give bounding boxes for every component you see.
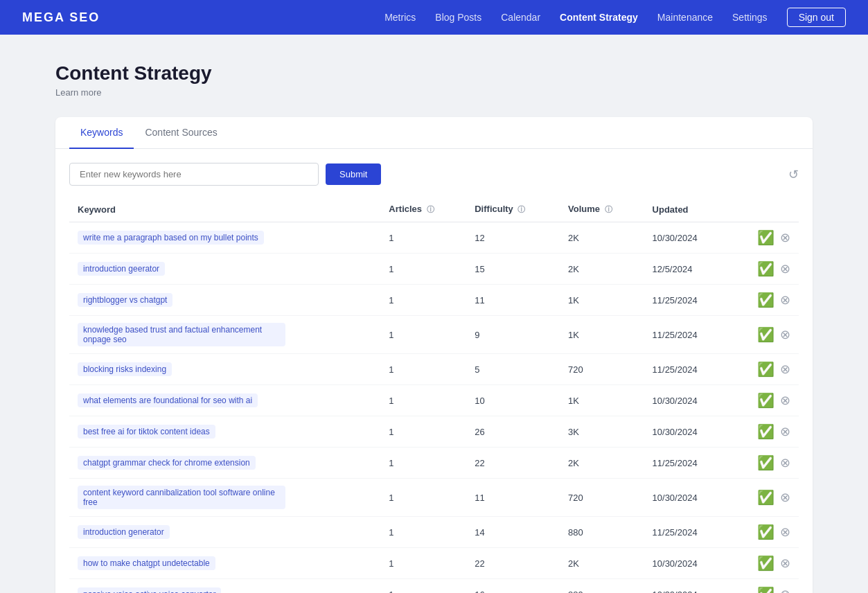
cell-actions: ✅ ⊗ xyxy=(729,517,799,548)
table-row: introduction generator 1 14 880 11/25/20… xyxy=(69,517,799,548)
table-row: chatgpt grammar check for chrome extensi… xyxy=(69,448,799,479)
check-icon: ✅ xyxy=(757,292,774,308)
delete-icon[interactable]: ⊗ xyxy=(780,587,790,593)
tab-content-sources[interactable]: Content Sources xyxy=(134,117,228,149)
cell-updated: 11/25/2024 xyxy=(644,354,730,385)
articles-info-icon: ⓘ xyxy=(427,205,434,213)
cell-keyword: blocking risks indexing xyxy=(69,354,380,385)
cell-difficulty: 11 xyxy=(466,479,560,517)
cell-keyword: best free ai for tiktok content ideas xyxy=(69,416,380,448)
cell-actions: ✅ ⊗ xyxy=(729,416,799,448)
check-icon: ✅ xyxy=(757,229,774,246)
table-row: write me a paragraph based on my bullet … xyxy=(69,222,799,254)
cell-difficulty: 15 xyxy=(466,254,560,285)
check-icon: ✅ xyxy=(757,326,774,343)
cell-updated: 10/30/2024 xyxy=(644,385,730,416)
cell-actions: ✅ ⊗ xyxy=(729,448,799,479)
cell-keyword: write me a paragraph based on my bullet … xyxy=(69,222,380,254)
keyword-badge[interactable]: best free ai for tiktok content ideas xyxy=(78,425,215,439)
keyword-badge[interactable]: how to make chatgpt undetectable xyxy=(78,556,215,570)
cell-articles: 1 xyxy=(380,517,466,548)
page-title: Content Strategy xyxy=(55,62,813,85)
keyword-badge[interactable]: content keyword cannibalization tool sof… xyxy=(78,486,285,509)
cell-updated: 11/25/2024 xyxy=(644,448,730,479)
nav-links: MetricsBlog PostsCalendarContent Strateg… xyxy=(384,9,767,26)
page-subtitle: Learn more xyxy=(55,87,813,98)
table-header: Keyword Articles ⓘ Difficulty ⓘ Volume ⓘ… xyxy=(69,197,799,222)
delete-icon[interactable]: ⊗ xyxy=(780,261,790,276)
delete-icon[interactable]: ⊗ xyxy=(780,362,790,377)
delete-icon[interactable]: ⊗ xyxy=(780,292,790,308)
difficulty-info-icon: ⓘ xyxy=(517,205,525,213)
delete-icon[interactable]: ⊗ xyxy=(780,524,790,540)
delete-icon[interactable]: ⊗ xyxy=(780,490,790,505)
nav-link-settings[interactable]: Settings xyxy=(732,9,768,26)
keyword-badge[interactable]: introduction generator xyxy=(78,525,170,539)
nav-link-calendar[interactable]: Calendar xyxy=(501,9,540,26)
cell-keyword: knowledge based trust and factual enhanc… xyxy=(69,316,380,354)
delete-icon[interactable]: ⊗ xyxy=(780,393,790,408)
keyword-input[interactable] xyxy=(69,163,319,186)
cell-keyword: chatgpt grammar check for chrome extensi… xyxy=(69,448,380,479)
cell-difficulty: 5 xyxy=(466,354,560,385)
cell-actions: ✅ ⊗ xyxy=(729,285,799,316)
keywords-table-wrap: Keyword Articles ⓘ Difficulty ⓘ Volume ⓘ… xyxy=(55,197,813,593)
keyword-badge[interactable]: write me a paragraph based on my bullet … xyxy=(78,231,264,245)
keyword-badge[interactable]: introduction geerator xyxy=(78,262,165,276)
cell-updated: 10/30/2024 xyxy=(644,579,730,594)
table-row: content keyword cannibalization tool sof… xyxy=(69,479,799,517)
cell-keyword: how to make chatgpt undetectable xyxy=(69,548,380,579)
cell-keyword: what elements are foundational for seo w… xyxy=(69,385,380,416)
delete-icon[interactable]: ⊗ xyxy=(780,455,790,470)
col-volume: Volume ⓘ xyxy=(560,197,644,222)
delete-icon[interactable]: ⊗ xyxy=(780,424,790,439)
cell-articles: 1 xyxy=(380,254,466,285)
cell-articles: 1 xyxy=(380,354,466,385)
submit-button[interactable]: Submit xyxy=(326,163,381,185)
cell-difficulty: 12 xyxy=(466,222,560,254)
check-icon: ✅ xyxy=(757,454,774,471)
cell-difficulty: 26 xyxy=(466,416,560,448)
cell-updated: 11/25/2024 xyxy=(644,316,730,354)
delete-icon[interactable]: ⊗ xyxy=(780,556,790,571)
cell-volume: 1K xyxy=(560,385,644,416)
cell-keyword: content keyword cannibalization tool sof… xyxy=(69,479,380,517)
cell-volume: 880 xyxy=(560,517,644,548)
signout-button[interactable]: Sign out xyxy=(787,8,846,27)
keyword-badge[interactable]: what elements are foundational for seo w… xyxy=(78,393,258,407)
cell-difficulty: 11 xyxy=(466,285,560,316)
cell-updated: 10/30/2024 xyxy=(644,548,730,579)
cell-articles: 1 xyxy=(380,222,466,254)
keyword-badge[interactable]: knowledge based trust and factual enhanc… xyxy=(78,323,285,346)
cell-volume: 880 xyxy=(560,579,644,594)
check-icon: ✅ xyxy=(757,423,774,440)
cell-actions: ✅ ⊗ xyxy=(729,316,799,354)
cell-volume: 2K xyxy=(560,222,644,254)
keyword-badge[interactable]: chatgpt grammar check for chrome extensi… xyxy=(78,456,256,470)
delete-icon[interactable]: ⊗ xyxy=(780,230,790,245)
cell-articles: 1 xyxy=(380,548,466,579)
cell-actions: ✅ ⊗ xyxy=(729,354,799,385)
cell-articles: 1 xyxy=(380,579,466,594)
cell-actions: ✅ ⊗ xyxy=(729,548,799,579)
cell-volume: 2K xyxy=(560,448,644,479)
delete-icon[interactable]: ⊗ xyxy=(780,327,790,342)
keyword-badge[interactable]: blocking risks indexing xyxy=(78,362,172,376)
nav-link-content-strategy[interactable]: Content Strategy xyxy=(560,9,638,26)
cell-updated: 10/30/2024 xyxy=(644,222,730,254)
tab-keywords[interactable]: Keywords xyxy=(69,117,134,149)
cell-articles: 1 xyxy=(380,479,466,517)
cell-volume: 2K xyxy=(560,254,644,285)
nav-link-metrics[interactable]: Metrics xyxy=(384,9,416,26)
cell-actions: ✅ ⊗ xyxy=(729,254,799,285)
cell-keyword: rightblogger vs chatgpt xyxy=(69,285,380,316)
keyword-badge[interactable]: passive voice active voice converter xyxy=(78,587,221,593)
cell-volume: 1K xyxy=(560,316,644,354)
nav-link-blog-posts[interactable]: Blog Posts xyxy=(435,9,481,26)
cell-updated: 11/25/2024 xyxy=(644,285,730,316)
refresh-icon[interactable]: ↺ xyxy=(788,167,799,182)
cell-actions: ✅ ⊗ xyxy=(729,385,799,416)
check-icon: ✅ xyxy=(757,524,774,540)
nav-link-maintenance[interactable]: Maintenance xyxy=(657,9,713,26)
keyword-badge[interactable]: rightblogger vs chatgpt xyxy=(78,293,172,307)
